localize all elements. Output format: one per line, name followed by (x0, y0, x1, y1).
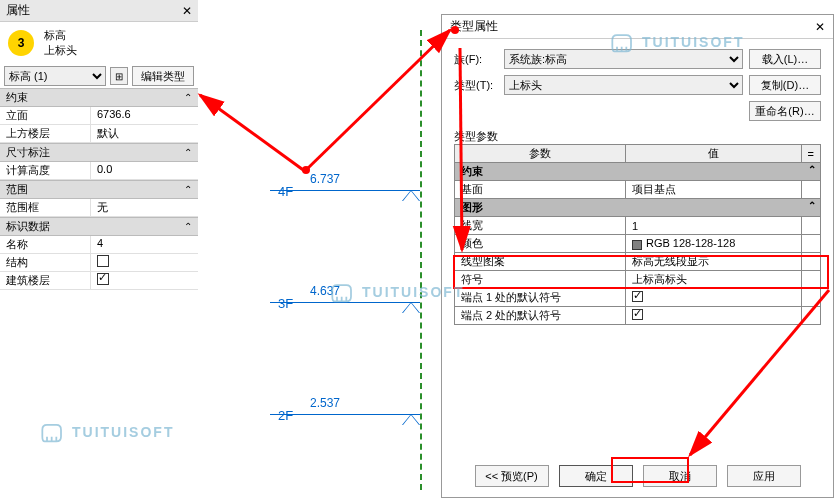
type-preview-row: 3 标高 上标头 (0, 22, 198, 64)
copy-button[interactable]: 复制(D)… (749, 75, 821, 95)
type-select[interactable]: 上标头 (504, 75, 743, 95)
prop-row: 结构 (0, 254, 198, 272)
prop-checkbox[interactable] (90, 254, 198, 271)
prop-value[interactable]: 0.0 (90, 162, 198, 179)
param-value[interactable]: 项目基点 (625, 181, 801, 199)
prop-row: 范围框无 (0, 199, 198, 217)
param-checkbox[interactable] (625, 307, 801, 325)
prop-row: 立面6736.6 (0, 107, 198, 125)
properties-panel: 属性 ✕ 3 标高 上标头 标高 (1) ⊞ 编辑类型 约束⌃ 立面6736.6… (0, 0, 198, 300)
param-row: 端点 1 处的默认符号 (455, 289, 821, 307)
level-name: 2F (278, 408, 293, 423)
watermark: TUITUISOFT (40, 420, 174, 444)
section-dimensions[interactable]: 尺寸标注⌃ (0, 143, 198, 162)
param-value[interactable]: RGB 128-128-128 (625, 235, 801, 253)
col-value: 值 (625, 145, 801, 163)
cancel-button[interactable]: 取消 (643, 465, 717, 487)
preview-button[interactable]: << 预览(P) (475, 465, 549, 487)
prop-value[interactable]: 6736.6 (90, 107, 198, 124)
params-grid: 参数值= 约束⌃ 基面项目基点 图形⌃ 线宽1 颜色RGB 128-128-12… (454, 144, 821, 325)
param-row: 线宽1 (455, 217, 821, 235)
param-row: 端点 2 处的默认符号 (455, 307, 821, 325)
family-label: 族(F): (454, 52, 504, 67)
group-constraint[interactable]: 约束⌃ (455, 163, 821, 181)
instance-select[interactable]: 标高 (1) (4, 66, 106, 86)
family-select[interactable]: 系统族:标高 (504, 49, 743, 69)
type-name: 上标头 (44, 43, 77, 58)
type-name-block: 标高 上标头 (44, 28, 77, 58)
section-ident[interactable]: 标识数据⌃ (0, 217, 198, 236)
filter-icon[interactable]: ⊞ (110, 67, 128, 85)
param-value[interactable]: 1 (625, 217, 801, 235)
rename-button[interactable]: 重命名(R)… (749, 101, 821, 121)
level-value: 6.737 (310, 172, 340, 186)
dialog-button-row: << 预览(P) 确定 取消 应用 (442, 465, 833, 487)
dialog-body: 族(F): 系统族:标高 载入(L)… 类型(T): 上标头 复制(D)… 重命… (442, 39, 833, 335)
param-value[interactable]: 标高无线段显示 (625, 253, 801, 271)
param-row: 基面项目基点 (455, 181, 821, 199)
type-params-label: 类型参数 (454, 129, 821, 144)
ok-button[interactable]: 确定 (559, 465, 633, 487)
level-value: 2.537 (310, 396, 340, 410)
dialog-title-bar[interactable]: 类型属性 ✕ (442, 15, 833, 39)
step-badge-3: 3 (8, 30, 34, 56)
level-name: 3F (278, 296, 293, 311)
collapse-icon: ⌃ (184, 92, 192, 103)
close-icon[interactable]: ✕ (815, 20, 825, 34)
param-row: 线型图案标高无线段显示 (455, 253, 821, 271)
prop-value[interactable]: 无 (90, 199, 198, 216)
prop-row: 计算高度0.0 (0, 162, 198, 180)
color-swatch (632, 240, 642, 250)
param-value[interactable]: 上标高标头 (625, 271, 801, 289)
col-param: 参数 (455, 145, 626, 163)
collapse-icon: ⌃ (184, 184, 192, 195)
apply-button[interactable]: 应用 (727, 465, 801, 487)
edit-type-button[interactable]: 编辑类型 (132, 66, 194, 86)
param-row: 符号上标高标头 (455, 271, 821, 289)
prop-value[interactable]: 默认 (90, 125, 198, 142)
instance-selector-row: 标高 (1) ⊞ 编辑类型 (0, 64, 198, 88)
prop-row: 名称4 (0, 236, 198, 254)
prop-row: 上方楼层默认 (0, 125, 198, 143)
type-properties-dialog: 类型属性 ✕ 族(F): 系统族:标高 载入(L)… 类型(T): 上标头 复制… (441, 14, 834, 498)
collapse-icon: ⌃ (184, 147, 192, 158)
type-category: 标高 (44, 28, 77, 43)
type-label: 类型(T): (454, 78, 504, 93)
collapse-icon: ⌃ (184, 221, 192, 232)
level-name: 4F (278, 184, 293, 199)
close-icon[interactable]: ✕ (182, 4, 192, 18)
prop-value[interactable]: 4 (90, 236, 198, 253)
properties-title-bar: 属性 ✕ (0, 0, 198, 22)
section-constraint[interactable]: 约束⌃ (0, 88, 198, 107)
dialog-title: 类型属性 (450, 18, 498, 35)
prop-checkbox[interactable]: ✓ (90, 272, 198, 289)
section-extent[interactable]: 范围⌃ (0, 180, 198, 199)
group-graphics[interactable]: 图形⌃ (455, 199, 821, 217)
col-eq: = (801, 145, 820, 163)
load-button[interactable]: 载入(L)… (749, 49, 821, 69)
prop-row: 建筑楼层✓ (0, 272, 198, 290)
drawing-canvas[interactable]: 6.7374F4.6373F2.5372F (210, 10, 440, 490)
param-checkbox[interactable] (625, 289, 801, 307)
param-row: 颜色RGB 128-128-128 (455, 235, 821, 253)
properties-title: 属性 (6, 2, 30, 19)
level-value: 4.637 (310, 284, 340, 298)
grid-line (420, 30, 422, 490)
